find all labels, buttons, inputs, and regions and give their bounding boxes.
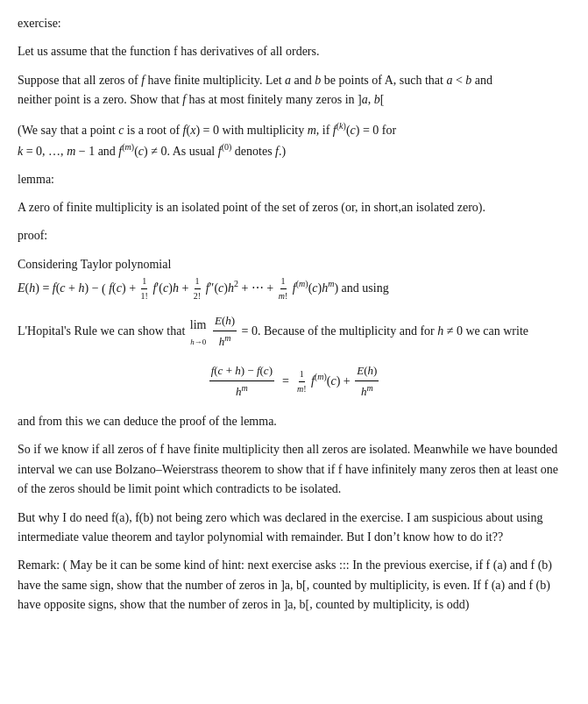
- para-remark-text: Remark: ( May be it can be some kind of …: [18, 558, 552, 611]
- para-remark: Remark: ( May be it can be some kind of …: [18, 556, 570, 615]
- h-var: h: [29, 281, 35, 295]
- a-italic: a: [285, 74, 291, 87]
- b-italic: b: [315, 74, 321, 87]
- proof-label: proof:: [18, 226, 570, 245]
- proof-conclusion: and from this we can deduce the proof of…: [18, 412, 570, 431]
- para-1-text: Let us assume that the function f has de…: [18, 45, 319, 58]
- m-sup: (m): [122, 142, 134, 152]
- frac-1-2: 1 2!: [193, 274, 202, 303]
- frac-fch-fc: f(c + h) − f(c) hm: [209, 362, 274, 402]
- frac-1-m: 1 m!: [278, 274, 289, 303]
- fc: f: [109, 281, 112, 295]
- h3: h: [228, 281, 234, 295]
- k-range: k: [18, 144, 23, 157]
- c-italic-2: c: [351, 123, 356, 136]
- lemma-text: A zero of finite multiplicity is an isol…: [18, 198, 570, 217]
- b-lt: b: [465, 74, 471, 87]
- c-plus-h: c: [60, 281, 65, 295]
- main-content: exercise: Let us assume that the functio…: [18, 14, 570, 615]
- c3: c: [163, 281, 168, 295]
- para-suspicious-text: But why I do need f(a), f(b) not being z…: [18, 511, 542, 544]
- 0-sup: (0): [222, 142, 232, 152]
- c-italic-3: c: [138, 144, 144, 157]
- m-minus-1: m: [67, 144, 75, 157]
- m-sup2: (m): [296, 279, 308, 288]
- x-italic: x: [190, 123, 195, 136]
- f-double-prime: f: [206, 281, 209, 295]
- proof-conclusion-text: and from this we can deduce the proof of…: [18, 415, 277, 428]
- frac-eh-hm-block: E(h) hm: [355, 362, 379, 402]
- lim-symbol: lim h→0: [190, 316, 207, 348]
- c2: c: [117, 281, 122, 295]
- lemma-label: lemma:: [18, 170, 570, 189]
- para-1: Let us assume that the function f has de…: [18, 42, 570, 61]
- h-neq-0: h: [437, 324, 443, 338]
- proof-label-text: proof:: [18, 229, 47, 242]
- Eh-eq: E: [18, 281, 25, 295]
- f-ch: f: [53, 281, 56, 295]
- exercise-label: exercise:: [18, 14, 570, 33]
- para-suspicious: But why I do need f(a), f(b) not being z…: [18, 508, 570, 548]
- c-block: c: [330, 374, 336, 388]
- para-3: (We say that a point c is a root of f(x)…: [18, 119, 570, 161]
- proof-taylor: Considering Taylor polynomial E(h) = f(c…: [18, 255, 570, 303]
- frac-1-m-block: 1 m!: [296, 367, 308, 396]
- big-paren: (: [102, 280, 106, 299]
- m-italic: m: [308, 123, 316, 136]
- hm-sup: m: [328, 279, 334, 288]
- k-sup: (k): [337, 121, 346, 131]
- c5: c: [312, 281, 317, 295]
- f-italic-2: f: [182, 93, 186, 106]
- m-sup-block: (m): [315, 372, 327, 381]
- fx: f: [183, 123, 187, 136]
- para-bolzano-text: So if we know if all zeros of f have fin…: [18, 443, 558, 495]
- para-2: Suppose that all zeros of f have finite …: [18, 71, 570, 110]
- frac-eh-hm: E(h) hm: [213, 312, 237, 352]
- main-equation: f(c + h) − f(c) hm = 1 m! f(m)(c) + E(h)…: [18, 362, 570, 402]
- f-italic-1: f: [141, 74, 145, 87]
- a-lt-b: a: [446, 74, 452, 87]
- frac-1-1: 1 1!: [140, 274, 149, 303]
- h2: h: [173, 281, 179, 295]
- lemma-text-content: A zero of finite multiplicity is an isol…: [18, 201, 485, 214]
- a-italic-2: a: [362, 93, 368, 106]
- lemma-label-text: lemma:: [18, 173, 54, 186]
- exercise-label-text: exercise:: [18, 17, 61, 30]
- c-italic: c: [118, 123, 124, 136]
- b-italic-2: b: [374, 93, 380, 106]
- h1: h: [78, 281, 84, 295]
- f-denotes: f: [275, 144, 279, 157]
- para-bolzano: So if we know if all zeros of f have fin…: [18, 440, 570, 499]
- h-sq: 2: [234, 279, 238, 288]
- proof-lhopital: L'Hopital's Rule we can show that lim h→…: [18, 312, 570, 352]
- f-prime: f: [152, 281, 156, 295]
- c4: c: [218, 281, 223, 295]
